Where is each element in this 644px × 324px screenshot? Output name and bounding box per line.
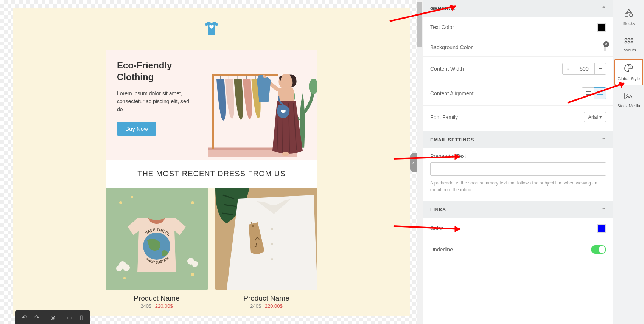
chevron-up-icon: ⌃ (602, 5, 607, 11)
rail-label: Global Style (618, 76, 640, 81)
row-preheader: Preheader Text A preheader is the short … (423, 148, 613, 201)
svg-point-28 (630, 14, 633, 17)
panel-collapse-handle[interactable]: › (410, 153, 417, 172)
align-left-button[interactable] (582, 87, 594, 99)
rail-label: Stock Media (617, 104, 640, 108)
svg-point-15 (123, 264, 130, 271)
rail-blocks[interactable]: Blocks (614, 5, 643, 29)
svg-rect-27 (625, 14, 628, 17)
bottom-toolbar: ↶ ↷ ◎ ▭ ▯ (15, 310, 90, 324)
product-image: SAVE THE PLANET SHOP SUSTAINABLE (106, 188, 208, 290)
hero-block[interactable]: Eco-Friendly Clothing Lorem ipsum dolor … (106, 50, 317, 160)
field-label: Font Family (430, 114, 458, 120)
redo-button[interactable]: ↷ (31, 314, 43, 321)
rail-global-style[interactable]: Global Style (614, 59, 643, 85)
clear-color-icon[interactable]: × (603, 41, 609, 47)
separator (61, 313, 61, 321)
old-price: 240$ (140, 303, 151, 309)
product-name: Product Name (106, 294, 208, 302)
undo-button[interactable]: ↶ (18, 314, 31, 321)
new-price: 220.00$ (265, 303, 283, 309)
section-title-text: EMAIL SETTINGS (430, 137, 474, 143)
row-content-width: Content Width - + (423, 57, 613, 81)
chevron-up-icon: ⌃ (602, 206, 607, 212)
product-card[interactable]: Product Name 240$ 220.00$ (215, 188, 317, 309)
svg-point-33 (628, 42, 630, 43)
product-name: Product Name (215, 294, 317, 302)
field-label: Preheader Text (430, 153, 606, 159)
section-header-general[interactable]: GENERAL ⌃ (423, 0, 613, 17)
row-text-color: Text Color (423, 17, 613, 38)
svg-point-7 (282, 152, 290, 156)
field-label: Text Color (430, 24, 454, 30)
svg-point-30 (628, 39, 630, 40)
svg-point-25 (271, 258, 273, 260)
preview-button[interactable]: ◎ (47, 314, 59, 321)
svg-point-16 (116, 265, 122, 271)
hero-title: Eco-Friendly Clothing (117, 59, 193, 83)
svg-point-26 (252, 225, 254, 227)
svg-point-11 (191, 201, 194, 204)
scrollbar-thumb[interactable] (417, 2, 422, 47)
content-width-stepper: - + (562, 63, 606, 75)
section-title-text: LINKS (430, 207, 446, 212)
row-link-color: Color (423, 218, 613, 239)
svg-point-34 (631, 42, 633, 43)
chevron-up-icon: ⌃ (602, 136, 607, 143)
email-body[interactable]: Eco-Friendly Clothing Lorem ipsum dolor … (13, 8, 410, 316)
svg-point-24 (271, 243, 273, 245)
section-header-email-settings[interactable]: EMAIL SETTINGS ⌃ (423, 131, 613, 148)
buy-now-button[interactable]: Buy Now (117, 122, 156, 136)
preheader-hint: A preheader is the short summary text th… (430, 180, 606, 193)
rail-stock-media[interactable]: Stock Media (614, 88, 643, 112)
properties-panel: GENERAL ⌃ Text Color Background Color × … (423, 0, 613, 324)
shapes-icon (614, 9, 643, 20)
canvas-area[interactable]: Eco-Friendly Clothing Lorem ipsum dolor … (0, 0, 423, 324)
old-price: 240$ (250, 303, 261, 309)
width-increment-button[interactable]: + (594, 63, 606, 74)
link-color-swatch[interactable] (597, 224, 606, 233)
section-header-links[interactable]: LINKS ⌃ (423, 201, 613, 218)
rail-layouts[interactable]: Layouts (614, 33, 643, 56)
mobile-view-button[interactable]: ▯ (76, 314, 87, 321)
canvas-scrollbar[interactable]: › (417, 0, 423, 324)
field-label: Content Width (430, 66, 464, 72)
row-content-alignment: Content Alignment (423, 81, 613, 106)
svg-point-29 (625, 39, 627, 40)
product-image (215, 188, 317, 290)
alignment-group (582, 87, 606, 99)
hero-illustration (201, 50, 317, 160)
svg-point-32 (625, 42, 627, 43)
align-center-icon (597, 91, 603, 96)
desktop-view-button[interactable]: ▭ (63, 314, 76, 321)
new-price: 220.00$ (155, 303, 173, 309)
row-font-family: Font Family Arial ▾ (423, 106, 613, 131)
width-decrement-button[interactable]: - (563, 63, 574, 74)
svg-rect-5 (212, 74, 278, 76)
text-color-swatch[interactable] (597, 23, 606, 32)
preheader-input[interactable] (430, 162, 606, 176)
svg-point-9 (119, 201, 122, 204)
font-family-dropdown[interactable]: Arial ▾ (584, 112, 606, 122)
underline-toggle[interactable] (591, 245, 606, 254)
product-card[interactable]: SAVE THE PLANET SHOP SUSTAINABLE Product… (106, 188, 208, 309)
row-underline: Underline (423, 239, 613, 260)
product-price: 240$ 220.00$ (106, 303, 208, 309)
product-price: 240$ 220.00$ (215, 303, 317, 309)
grid-icon (614, 36, 643, 46)
hero-text: Eco-Friendly Clothing Lorem ipsum dolor … (106, 50, 201, 160)
svg-point-10 (131, 196, 133, 198)
svg-point-37 (630, 67, 631, 68)
field-label: Color (430, 225, 443, 231)
svg-point-18 (192, 261, 198, 267)
field-label: Content Alignment (430, 90, 473, 96)
image-icon (614, 92, 643, 102)
chevron-right-icon: › (412, 160, 414, 165)
width-input[interactable] (574, 63, 594, 74)
font-family-value: Arial (588, 114, 598, 120)
field-label: Underline (430, 246, 453, 253)
right-rail: Blocks Layouts Global Style Stock Media (613, 0, 644, 324)
align-center-button[interactable] (594, 87, 606, 99)
svg-point-1 (309, 79, 317, 94)
align-left-icon (585, 91, 591, 96)
